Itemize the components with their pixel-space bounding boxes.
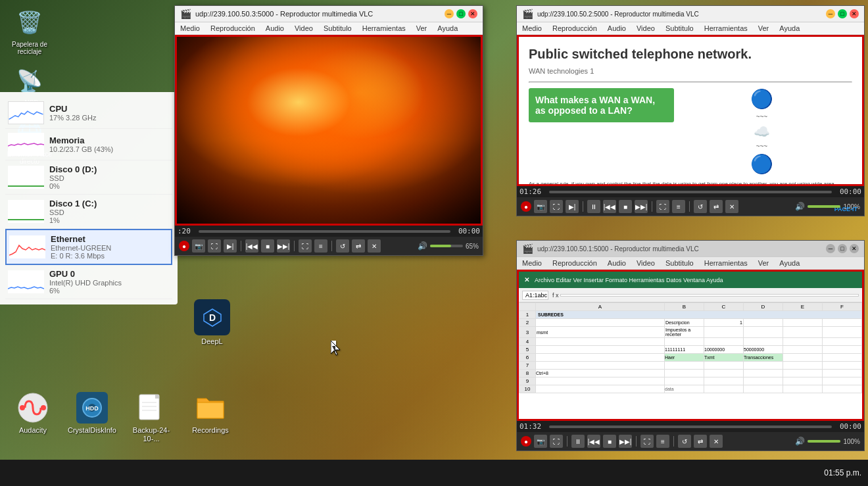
vlc-menu-tools-3[interactable]: Herramientas (703, 258, 749, 268)
vlc-play-pause-3[interactable]: ⏸ (571, 435, 585, 448)
vlc-menubar-2[interactable]: Medio Reproducción Audio Video Subtitulo… (517, 22, 864, 35)
vlc-menu-ver-2[interactable]: Ver (757, 24, 771, 33)
vlc-menu-video-3[interactable]: Video (635, 258, 656, 268)
vlc-stop-1[interactable]: ■ (261, 239, 274, 253)
vlc-extended-3[interactable]: ≡ (656, 435, 669, 448)
vlc-menu-sub-2[interactable]: Subtitulo (664, 24, 695, 33)
vlc-fullscreen-btn-1[interactable]: ⛶ (208, 239, 221, 253)
vlc-fullscreen2-3[interactable]: ⛶ (640, 435, 654, 448)
vlc-window-3[interactable]: 🎬 udp://239.100.50.1:5000 - Reproductor … (516, 240, 865, 451)
vlc-menu-audio-3[interactable]: Audio (606, 258, 627, 268)
vlc-loop-3[interactable]: ↺ (678, 435, 691, 448)
icon-backup[interactable]: Backup-24-10-... (125, 389, 178, 447)
vlc-random-1[interactable]: ⇄ (352, 239, 365, 253)
vlc-progress-top-1[interactable] (199, 230, 450, 233)
vlc-minimize-1[interactable]: ─ (445, 9, 454, 18)
vlc-stop-2[interactable]: ■ (619, 200, 632, 213)
vlc-menu-repro-2[interactable]: Reproducción (551, 24, 598, 33)
vlc-window-2[interactable]: 🎬 udp://239.100.50.2:5000 - Reproductor … (516, 5, 865, 216)
icon-audacity[interactable]: Audacity (7, 389, 59, 447)
vlc-record-btn-1[interactable]: ● (179, 241, 189, 251)
vlc-maximize-1[interactable]: □ (456, 9, 466, 18)
vlc-extra-2[interactable]: ✕ (725, 200, 738, 213)
vlc-menu-medio-2[interactable]: Medio (521, 24, 543, 33)
vlc-loop-2[interactable]: ↺ (694, 200, 707, 213)
vlc-extended-2[interactable]: ≡ (672, 200, 685, 213)
vlc-maximize-2[interactable]: □ (838, 9, 847, 18)
sysmon-gpu: GPU 0 Intel(R) UHD Graphics 6% (5, 265, 172, 299)
vlc-random-3[interactable]: ⇄ (694, 435, 707, 448)
vlc-snapshot-btn-2[interactable]: 📷 (534, 200, 547, 213)
vlc-play-pause-2[interactable]: ⏸ (587, 200, 600, 213)
vlc-skip-back-1[interactable]: |◀◀ (245, 239, 258, 253)
vlc-minimize-2[interactable]: ─ (826, 9, 835, 18)
vlc-menu-repro-1[interactable]: Reproducción (209, 24, 256, 33)
vlc-skip-fwd-1[interactable]: ▶▶| (277, 239, 290, 253)
vlc-fullscreen2-2[interactable]: ⛶ (656, 200, 669, 213)
vlc-fullscreen-btn-2a[interactable]: ⛶ (550, 200, 563, 213)
vlc-menu-repro-3[interactable]: Reproducción (551, 258, 598, 268)
vlc-minimize-3[interactable]: ─ (826, 244, 835, 253)
deepl-icon[interactable]: D DeepL (194, 299, 230, 345)
vlc-menubar-1[interactable]: Medio Reproducción Audio Video Subtitulo… (175, 22, 483, 35)
vlc-toolbar-1[interactable]: ● 📷 ⛶ ▶| |◀◀ ■ ▶▶| ⛶ ≡ ↺ ⇄ ✕ 🔊 65% (175, 237, 483, 255)
vlc-window-controls-2[interactable]: ─ □ ✕ (826, 9, 859, 18)
vlc-next-frame-1[interactable]: ▶| (224, 239, 237, 253)
vlc-snapshot-btn-3[interactable]: 📷 (534, 435, 547, 448)
vlc-menu-sub-1[interactable]: Subtitulo (322, 24, 353, 33)
vlc-close-3[interactable]: ✕ (850, 244, 859, 253)
vlc-random-2[interactable]: ⇄ (710, 200, 723, 213)
vlc-menu-sub-3[interactable]: Subtitulo (664, 258, 695, 268)
disk0-info: Disco 0 (D:) SSD 0% (49, 164, 170, 190)
vlc-menu-audio-2[interactable]: Audio (606, 24, 627, 33)
vlc-extra-3[interactable]: ✕ (710, 435, 723, 448)
vlc-toolbar-3[interactable]: ● 📷 ⛶ ⏸ |◀◀ ■ ▶▶| ⛶ ≡ ↺ ⇄ ✕ 🔊 100% (517, 432, 864, 450)
vlc-loop-1[interactable]: ↺ (336, 239, 349, 253)
vlc-close-1[interactable]: ✕ (468, 9, 477, 18)
vlc-maximize-3[interactable]: □ (838, 244, 847, 253)
vlc-vol-slider-1[interactable] (430, 245, 463, 247)
vlc-skip-fwd-3[interactable]: ▶▶| (619, 435, 632, 448)
vlc-extra-1[interactable]: ✕ (368, 239, 381, 253)
vlc-title-2: udp://239.100.50.2:5000 - Reproductor mu… (537, 11, 699, 18)
vlc-vol-slider-2[interactable] (808, 205, 840, 208)
vlc-menu-video-2[interactable]: Video (635, 24, 656, 33)
vlc-window-1[interactable]: 🎬 udp://239.100.50.3:5000 - Reproductor … (174, 5, 483, 256)
vlc-menu-video-1[interactable]: Video (293, 24, 314, 33)
vlc-title-3: udp://239.100.50.1:5000 - Reproductor mu… (537, 245, 699, 253)
vlc-menubar-3[interactable]: Medio Reproducción Audio Video Subtitulo… (517, 257, 864, 270)
vlc-window-controls-3[interactable]: ─ □ ✕ (826, 244, 859, 253)
vlc-close-2[interactable]: ✕ (850, 9, 859, 18)
vlc-progress-2[interactable] (549, 191, 832, 193)
vlc-menu-medio-1[interactable]: Medio (179, 24, 201, 33)
vlc-skip-fwd-2[interactable]: ▶▶| (635, 200, 648, 213)
vlc-menu-audio-1[interactable]: Audio (264, 24, 285, 33)
vlc-menu-ayuda-2[interactable]: Ayuda (778, 24, 801, 33)
icon-crystaldiskinfo[interactable]: HDD CrystalDiskInfo (66, 389, 118, 447)
sidebar-item-recycle[interactable]: 🗑️ Papelera de reciclaje (7, 7, 53, 55)
vlc-menu-ayuda-3[interactable]: Ayuda (778, 258, 801, 268)
vlc-menu-ver-1[interactable]: Ver (415, 24, 429, 33)
vlc-next-frame-2[interactable]: ▶| (566, 200, 579, 213)
vlc-menu-ayuda-1[interactable]: Ayuda (436, 24, 459, 33)
vlc-skip-back-2[interactable]: |◀◀ (603, 200, 616, 213)
vlc-stop-3[interactable]: ■ (603, 435, 616, 448)
vlc-progress-3[interactable] (549, 425, 832, 428)
sep-1 (241, 241, 241, 251)
vlc-menu-tools-2[interactable]: Herramientas (703, 24, 749, 33)
vlc-snapshot-btn-1[interactable]: 📷 (192, 239, 205, 253)
vlc-record-btn-3[interactable]: ● (521, 436, 531, 447)
vlc-extended-1[interactable]: ≡ (314, 239, 327, 253)
vlc-menu-ver-3[interactable]: Ver (757, 258, 771, 268)
vlc-fullscreen-btn-3[interactable]: ⛶ (550, 435, 563, 448)
vlc-vol-slider-3[interactable] (808, 440, 840, 443)
vlc-remaining-2: 00:00 (840, 187, 861, 196)
vlc-menu-tools-1[interactable]: Herramientas (361, 24, 407, 33)
vlc-fullscreen2-1[interactable]: ⛶ (299, 239, 312, 253)
icon-recordings[interactable]: Recordings (184, 389, 237, 447)
vlc-skip-back-3[interactable]: |◀◀ (587, 435, 600, 448)
vlc-record-btn-2[interactable]: ● (521, 201, 531, 212)
vlc-toolbar-2a[interactable]: ● 📷 ⛶ ▶| ⏸ |◀◀ ■ ▶▶| ⛶ ≡ ↺ ⇄ ✕ 🔊 100% (517, 197, 864, 216)
vlc-window-controls-1[interactable]: ─ □ ✕ (445, 9, 477, 18)
vlc-menu-medio-3[interactable]: Medio (521, 258, 543, 268)
